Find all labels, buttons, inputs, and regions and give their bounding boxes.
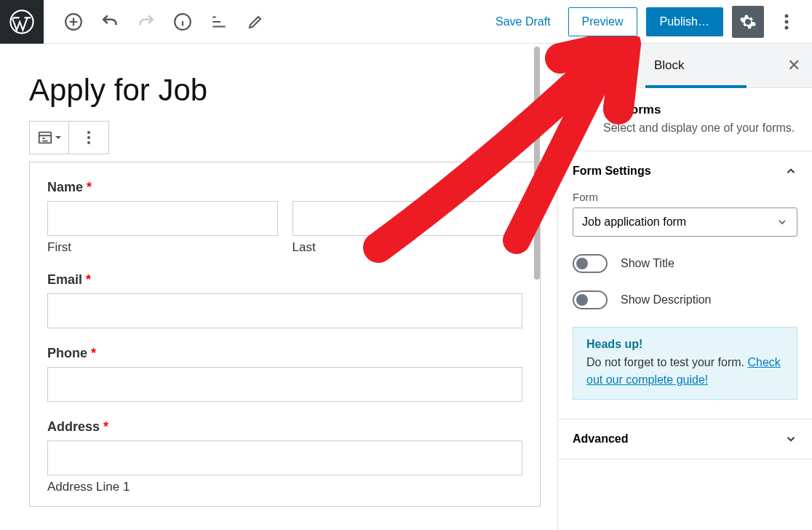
- svg-point-4: [785, 20, 789, 23]
- chevron-down-icon: [776, 216, 788, 228]
- undo-button[interactable]: [95, 7, 125, 37]
- svg-point-8: [87, 136, 90, 139]
- svg-point-9: [87, 141, 90, 144]
- scroll-indicator[interactable]: [534, 47, 540, 280]
- first-name-input[interactable]: [47, 201, 278, 236]
- address-line1-input[interactable]: [47, 440, 522, 475]
- chevron-up-icon: [784, 165, 797, 178]
- settings-sidebar: Document Block ✕ WPForms Select and disp…: [557, 44, 812, 530]
- preview-button[interactable]: Preview: [568, 7, 637, 36]
- svg-rect-10: [576, 106, 590, 121]
- form-select[interactable]: Job application form: [573, 207, 797, 237]
- phone-label: Phone *: [47, 346, 522, 361]
- form-select-label: Form: [573, 191, 797, 203]
- address-label: Address *: [47, 419, 522, 435]
- advanced-panel-header[interactable]: Advanced: [558, 419, 812, 459]
- publish-button[interactable]: Publish…: [646, 7, 723, 36]
- form-block[interactable]: Name * First Last Email * Phone * Addres…: [29, 162, 541, 507]
- name-label: Name *: [47, 180, 522, 195]
- add-block-button[interactable]: [58, 7, 89, 37]
- outline-button[interactable]: [204, 7, 234, 37]
- notice-box: Heads up! Do not forget to test your for…: [573, 327, 797, 400]
- block-name: WPForms: [603, 103, 795, 117]
- email-label: Email *: [47, 272, 522, 288]
- phone-input[interactable]: [47, 367, 522, 402]
- form-settings-panel-header[interactable]: Form Settings: [558, 151, 812, 191]
- notice-text: Do not forget to test your form.: [586, 356, 744, 368]
- block-more-button[interactable]: [69, 122, 108, 154]
- first-sublabel: First: [47, 240, 278, 255]
- show-title-label: Show Title: [621, 257, 674, 270]
- top-toolbar: Save Draft Preview Publish…: [0, 0, 812, 44]
- wordpress-logo[interactable]: [0, 0, 44, 44]
- notice-title: Heads up!: [586, 338, 784, 351]
- more-options-button[interactable]: [773, 6, 800, 38]
- show-title-toggle[interactable]: [573, 254, 608, 273]
- svg-point-7: [87, 131, 90, 134]
- tab-block[interactable]: Block: [645, 44, 776, 87]
- edit-button[interactable]: [240, 7, 271, 37]
- tab-document[interactable]: Document: [558, 44, 645, 87]
- block-type-button[interactable]: [30, 122, 69, 154]
- last-sublabel: Last: [292, 240, 523, 255]
- svg-point-3: [785, 14, 789, 17]
- chevron-down-icon: [784, 432, 797, 446]
- info-button[interactable]: [167, 7, 198, 37]
- show-description-label: Show Description: [621, 293, 712, 306]
- redo-button[interactable]: [131, 7, 162, 37]
- block-description: Select and display one of your forms.: [603, 120, 795, 136]
- show-description-toggle[interactable]: [573, 290, 608, 309]
- email-input[interactable]: [47, 293, 522, 328]
- block-toolbar: [29, 121, 109, 154]
- last-name-input[interactable]: [292, 201, 523, 236]
- editor-canvas: Apply for Job Name * First Last Email * …: [0, 44, 557, 530]
- settings-button[interactable]: [732, 6, 764, 38]
- address-line1-sublabel: Address Line 1: [47, 480, 522, 494]
- svg-point-5: [785, 25, 789, 29]
- wpforms-icon: [573, 103, 593, 123]
- save-draft-button[interactable]: Save Draft: [487, 9, 560, 34]
- page-title[interactable]: Apply for Job: [29, 73, 540, 108]
- close-sidebar-button[interactable]: ✕: [776, 44, 812, 87]
